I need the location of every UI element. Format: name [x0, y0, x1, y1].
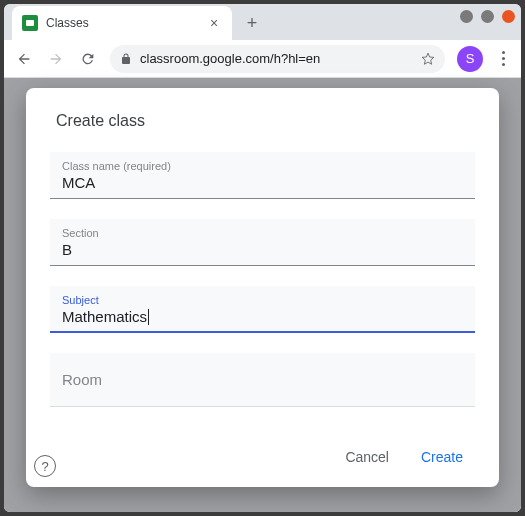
arrow-left-icon	[16, 51, 32, 67]
dot-icon	[502, 51, 505, 54]
class-name-field[interactable]: Class name (required)	[50, 152, 475, 199]
back-button[interactable]	[10, 45, 38, 73]
close-tab-icon[interactable]: ×	[206, 15, 222, 31]
dot-icon	[502, 63, 505, 66]
profile-initial: S	[466, 51, 475, 66]
new-tab-button[interactable]: +	[238, 9, 266, 37]
url-text: classroom.google.com/h?hl=en	[140, 51, 413, 66]
classroom-favicon	[22, 15, 38, 31]
tab-strip: Classes × +	[4, 4, 521, 40]
dialog-title: Create class	[50, 112, 475, 130]
profile-avatar[interactable]: S	[457, 46, 483, 72]
dialog-actions: Cancel Create	[50, 441, 475, 473]
subject-input[interactable]: Mathematics	[62, 308, 147, 325]
window-controls	[460, 10, 515, 23]
reload-icon	[80, 51, 96, 67]
question-mark-icon: ?	[41, 459, 48, 474]
browser-tab[interactable]: Classes ×	[12, 6, 232, 40]
cancel-button[interactable]: Cancel	[333, 441, 401, 473]
reload-button[interactable]	[74, 45, 102, 73]
lock-icon	[120, 53, 132, 65]
forward-button[interactable]	[42, 45, 70, 73]
browser-menu-button[interactable]	[491, 51, 515, 66]
create-class-dialog: Create class Class name (required) Secti…	[26, 88, 499, 487]
window-maximize-button[interactable]	[481, 10, 494, 23]
window-minimize-button[interactable]	[460, 10, 473, 23]
section-label: Section	[62, 227, 463, 239]
subject-field[interactable]: Subject Mathematics	[50, 286, 475, 333]
browser-window: Classes × + classroom.google.com/h?hl=en…	[4, 4, 521, 512]
class-name-input[interactable]	[62, 174, 463, 191]
browser-toolbar: classroom.google.com/h?hl=en S	[4, 40, 521, 78]
section-field[interactable]: Section	[50, 219, 475, 266]
create-button[interactable]: Create	[409, 441, 475, 473]
tab-title: Classes	[46, 16, 198, 30]
room-field[interactable]: Room	[50, 353, 475, 407]
help-button[interactable]: ?	[34, 455, 56, 477]
text-cursor	[148, 309, 149, 325]
room-placeholder: Room	[62, 371, 463, 388]
page-content: Create class Class name (required) Secti…	[4, 78, 521, 512]
address-bar[interactable]: classroom.google.com/h?hl=en	[110, 45, 445, 73]
arrow-right-icon	[48, 51, 64, 67]
bookmark-star-icon[interactable]	[421, 52, 435, 66]
class-name-label: Class name (required)	[62, 160, 463, 172]
section-input[interactable]	[62, 241, 463, 258]
dot-icon	[502, 57, 505, 60]
window-close-button[interactable]	[502, 10, 515, 23]
subject-label: Subject	[62, 294, 463, 306]
